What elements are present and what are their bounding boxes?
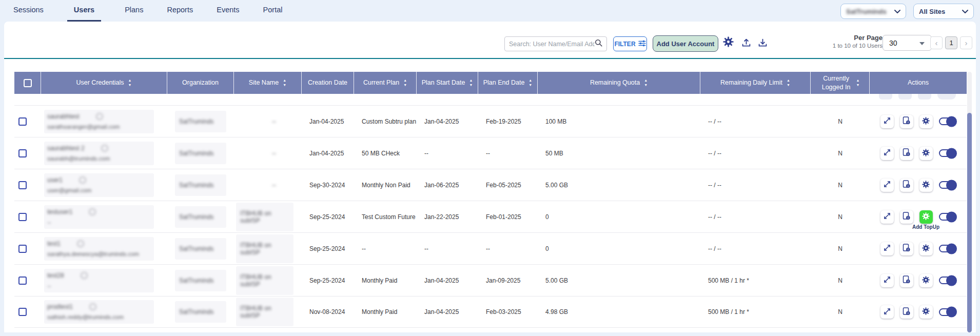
expand-button[interactable]	[880, 274, 894, 287]
site-name-cell: --	[234, 150, 302, 157]
row-checkbox[interactable]	[18, 276, 27, 285]
search-input[interactable]	[509, 41, 595, 48]
user-enabled-toggle[interactable]	[939, 245, 956, 252]
toggle-knob	[946, 211, 957, 222]
row-settings-button[interactable]	[919, 179, 933, 192]
device-info-button[interactable]	[900, 242, 913, 255]
row-settings-button[interactable]	[919, 147, 933, 160]
filter-button[interactable]: FILTER	[613, 36, 647, 51]
column-header-current-plan[interactable]: Current Plan▲▼	[354, 72, 417, 94]
sort-arrows-icon[interactable]: ▲▼	[787, 79, 790, 87]
table-row: test28--SatTrumindsITBHUB on subISPSep-2…	[14, 264, 967, 296]
current-plan-cell: Test Custom Future	[354, 213, 417, 221]
filter-button-label: FILTER	[614, 41, 635, 48]
user-enabled-toggle[interactable]	[939, 149, 956, 157]
select-all-checkbox[interactable]	[24, 79, 32, 87]
sort-arrows-icon[interactable]: ▲▼	[528, 79, 532, 87]
prev-page-button[interactable]: ‹	[930, 36, 943, 49]
clipped-row-icons	[14, 94, 967, 105]
toggle-knob	[946, 180, 957, 190]
scrollbar-thumb[interactable]	[967, 113, 972, 332]
device-info-button[interactable]	[900, 210, 913, 224]
column-header-site-name[interactable]: Site Name▲▼	[234, 72, 302, 94]
remaining-quota-cell: 4.98 GB	[538, 308, 700, 315]
gear-icon	[723, 36, 734, 49]
next-page-button[interactable]: ›	[960, 36, 972, 49]
blurred-organization-box: SatTruminds	[175, 143, 226, 164]
upload-icon	[742, 38, 751, 49]
tab-plans[interactable]: Plans	[125, 0, 143, 22]
tab-sessions[interactable]: Sessions	[13, 0, 44, 22]
row-checkbox[interactable]	[18, 308, 27, 316]
row-settings-button[interactable]	[919, 115, 933, 128]
row-checkbox[interactable]	[18, 117, 27, 126]
device-info-button[interactable]	[900, 115, 913, 128]
device-info-button[interactable]	[900, 305, 913, 319]
blurred-organization-box: SatTruminds	[175, 270, 226, 291]
sort-arrows-icon[interactable]: ▲▼	[856, 79, 860, 87]
column-header-plan-start-date[interactable]: Plan Start Date▲▼	[417, 72, 478, 94]
row-settings-button[interactable]	[919, 274, 933, 287]
row-checkbox[interactable]	[18, 181, 27, 189]
sort-arrows-icon[interactable]: ▲▼	[283, 79, 286, 87]
expand-button[interactable]	[880, 115, 894, 128]
settings-gear-button[interactable]	[722, 36, 734, 49]
tab-portal[interactable]: Portal	[263, 0, 283, 22]
expand-button[interactable]	[880, 305, 894, 319]
user-enabled-toggle[interactable]	[939, 117, 956, 125]
sort-arrows-icon[interactable]: ▲▼	[469, 79, 473, 87]
sort-arrows-icon[interactable]: ▲▼	[403, 79, 407, 87]
tab-reports[interactable]: Reports	[167, 0, 193, 22]
device-info-button[interactable]	[900, 274, 913, 287]
tab-events[interactable]: Events	[217, 0, 239, 22]
user-enabled-toggle[interactable]	[939, 181, 956, 189]
upload-button[interactable]	[740, 37, 752, 50]
user-status-icon	[79, 176, 86, 184]
per-page-select[interactable]: 30	[883, 35, 932, 51]
expand-icon	[884, 308, 891, 317]
expand-button[interactable]	[880, 179, 894, 192]
user-status-icon	[77, 240, 84, 247]
site-name-cell: --	[234, 182, 302, 189]
column-header-plan-end-date[interactable]: Plan End Date▲▼	[478, 72, 538, 94]
sites-dropdown[interactable]: All Sites	[913, 4, 974, 19]
site-name-blurred: --	[236, 118, 276, 125]
add-user-account-button[interactable]: Add User Account	[653, 35, 718, 52]
row-checkbox[interactable]	[18, 213, 27, 221]
row-checkbox[interactable]	[18, 245, 27, 253]
user-credentials-cell: saurabhtest 2saurabh@truminds.com	[41, 142, 167, 165]
row-settings-button[interactable]	[919, 305, 933, 319]
current-page-button[interactable]: 1	[945, 36, 957, 49]
column-header-remaining-quota[interactable]: Remaining Quota▲▼	[538, 72, 700, 94]
user-enabled-toggle[interactable]	[939, 276, 956, 284]
expand-button[interactable]	[880, 242, 894, 255]
organization-dropdown[interactable]: SatTruminds	[840, 4, 906, 19]
user-enabled-toggle[interactable]	[939, 213, 956, 221]
expand-button[interactable]	[880, 210, 894, 224]
blurred-credentials-box: saurabhtest 2saurabh@truminds.com	[44, 142, 154, 165]
table-row: test1sarathya.deewscya@truminds.comSatTr…	[14, 232, 967, 264]
gear-icon	[922, 149, 930, 158]
tab-users[interactable]: Users	[67, 0, 101, 22]
add-topup-button[interactable]	[919, 210, 933, 224]
currently-logged-in-cell: N	[811, 118, 870, 125]
sort-arrows-icon[interactable]: ▲▼	[644, 79, 648, 87]
user-enabled-toggle[interactable]	[939, 308, 956, 316]
column-header-currently-logged-in[interactable]: Currently Logged In▲▼	[811, 72, 870, 94]
sort-arrows-icon[interactable]: ▲▼	[128, 79, 132, 87]
device-info-icon	[903, 244, 910, 253]
plan-start-date-cell: Jan-04-2025	[417, 308, 478, 315]
device-info-button[interactable]	[900, 147, 913, 160]
download-button[interactable]	[756, 37, 769, 50]
organization-cell: SatTruminds	[167, 270, 234, 291]
column-header-remaining-daily-limit[interactable]: Remaining Daily Limit▲▼	[700, 72, 811, 94]
row-checkbox[interactable]	[18, 149, 27, 157]
actions-cell: Add TopUp	[870, 210, 967, 224]
column-label: Current Plan	[363, 78, 399, 87]
column-header-user-credentials[interactable]: User Credentials▲▼	[41, 72, 167, 94]
device-info-icon	[903, 307, 910, 317]
device-info-button[interactable]	[900, 179, 913, 192]
user-email-blurred: sarathya.deewscya@truminds.com	[47, 251, 139, 257]
expand-button[interactable]	[880, 147, 894, 160]
row-settings-button[interactable]	[919, 242, 933, 255]
